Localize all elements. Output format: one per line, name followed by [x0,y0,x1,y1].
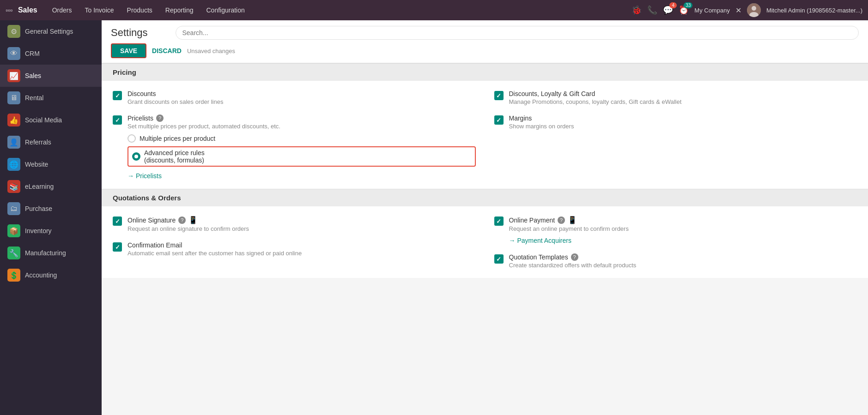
sales-icon: 📈 [7,69,20,82]
confirmation-email-desc: Automatic email sent after the customer … [127,250,302,257]
online-signature-checkbox[interactable] [113,217,122,226]
content-area: Settings SAVE DISCARD Unsaved changes Pr… [102,20,868,415]
sidebar-label-rental: Rental [25,94,43,102]
bug-icon[interactable]: 🐞 [631,5,642,15]
nav-to-invoice[interactable]: To Invoice [79,0,120,20]
crm-icon: 👁 [7,47,20,60]
app-name[interactable]: Sales [18,6,37,14]
quotations-right-col: Online Payment ? 📱 Request an online pay… [494,216,857,269]
sidebar-label-website: Website [25,161,48,168]
margins-checkbox[interactable] [494,115,504,125]
elearning-icon: 📚 [7,180,20,193]
online-signature-label: Online Signature [127,217,176,224]
quotation-templates-checkbox[interactable] [494,254,504,264]
nav-reporting[interactable]: Reporting [160,0,199,20]
user-name[interactable]: Mitchell Admin (19085652-master...) [766,7,862,14]
save-button[interactable]: SAVE [111,43,146,58]
pricelists-help-icon[interactable]: ? [156,114,164,122]
online-signature-desc: Request an online signature to confirm o… [127,225,249,232]
sidebar-label-purchase: Purchase [25,205,52,212]
sidebar-label-inventory: Inventory [25,227,52,235]
accounting-icon: 💲 [7,269,20,282]
pricelists-desc: Set multiple prices per product, automat… [127,123,280,130]
pricelists-link-label: → Pricelists [127,172,162,180]
chat-icon[interactable]: 💬 4 [663,5,673,15]
setting-margins: Margins Show margins on orders [494,114,857,130]
action-row: SAVE DISCARD Unsaved changes [111,43,859,63]
grid-icon[interactable]: ▫▫▫ [6,6,12,14]
payment-acquirers-link[interactable]: → Payment Acquirers [509,237,629,244]
company-selector[interactable]: My Company [694,7,730,14]
online-payment-checkbox[interactable] [494,217,504,226]
unsaved-changes-text: Unsaved changes [187,48,235,54]
chat-badge: 4 [669,2,677,8]
activity-icon[interactable]: ⏰ 33 [679,5,689,15]
search-bar [176,26,859,40]
social-media-icon: 👍 [7,114,20,126]
sidebar-item-crm[interactable]: 👁 CRM [0,42,102,65]
online-payment-device-icon: 📱 [568,216,577,224]
pricing-section-body: Discounts Grant discounts on sales order… [102,81,868,189]
quotation-templates-label: Quotation Templates [509,253,568,261]
purchase-icon: 🗂 [7,202,20,215]
pricing-right-col: Discounts, Loyalty & Gift Card Manage Pr… [494,90,857,180]
sidebar-label-social-media: Social Media [25,116,62,124]
discounts-loyalty-desc: Manage Promotions, coupons, loyalty card… [509,98,682,105]
search-input[interactable] [176,26,859,40]
nav-configuration[interactable]: Configuration [201,0,250,20]
sidebar-item-website[interactable]: 🌐 Website [0,153,102,175]
phone-icon[interactable]: 📞 [647,5,657,15]
quotations-left-col: Online Signature ? 📱 Request an online s… [113,216,476,269]
nav-products[interactable]: Products [121,0,158,20]
sidebar-item-manufacturing[interactable]: 🔧 Manufacturing [0,242,102,264]
online-payment-desc: Request an online payment to confirm ord… [509,225,629,232]
tools-icon[interactable]: ✕ [735,6,741,15]
radio-multiple-prices-label: Multiple prices per product [140,135,215,142]
pricelists-checkbox[interactable] [113,115,122,125]
discounts-loyalty-label: Discounts, Loyalty & Gift Card [509,90,682,97]
discounts-loyalty-checkbox[interactable] [494,91,504,100]
quotation-templates-help-icon[interactable]: ? [571,253,578,261]
online-payment-help-icon[interactable]: ? [558,217,565,224]
confirmation-email-checkbox[interactable] [113,242,122,252]
main-layout: ⚙ General Settings 👁 CRM 📈 Sales 🖥 Renta… [0,20,868,415]
pricelists-link[interactable]: → Pricelists [127,172,476,180]
discounts-checkbox[interactable] [113,91,122,100]
radio-multiple-prices[interactable]: Multiple prices per product [127,134,476,143]
sidebar-label-accounting: Accounting [25,271,57,279]
svg-point-1 [752,6,756,11]
confirmation-email-label: Confirmation Email [127,241,302,249]
setting-confirmation-email: Confirmation Email Automatic email sent … [113,241,476,257]
inventory-icon: 📦 [7,224,20,237]
pricing-section-header: Pricing [102,63,868,81]
avatar[interactable] [747,3,761,17]
sidebar-item-general-settings[interactable]: ⚙ General Settings [0,20,102,42]
margins-label: Margins [509,114,574,122]
radio-advanced-label: Advanced price rules(discounts, formulas… [144,149,205,164]
sidebar-item-purchase[interactable]: 🗂 Purchase [0,198,102,220]
nav-orders[interactable]: Orders [47,0,78,20]
general-settings-icon: ⚙ [7,25,20,38]
website-icon: 🌐 [7,158,20,171]
setting-pricelists: Pricelists ? Set multiple prices per pro… [113,114,476,180]
quotation-templates-desc: Create standardized offers with default … [509,262,637,269]
setting-quotation-templates: Quotation Templates ? Create standardize… [494,253,857,269]
sidebar-label-crm: CRM [25,50,40,57]
rental-icon: 🖥 [7,91,20,104]
radio-multiple-prices-circle [127,134,136,143]
sidebar-item-rental[interactable]: 🖥 Rental [0,87,102,109]
sidebar-item-inventory[interactable]: 📦 Inventory [0,220,102,242]
sidebar-item-accounting[interactable]: 💲 Accounting [0,264,102,286]
sidebar-item-social-media[interactable]: 👍 Social Media [0,109,102,131]
sidebar-item-sales[interactable]: 📈 Sales [0,65,102,87]
discard-button[interactable]: DISCARD [152,47,182,54]
sidebar-item-referrals[interactable]: 👤 Referrals [0,131,102,153]
sidebar-item-elearning[interactable]: 📚 eLearning [0,175,102,198]
setting-discounts: Discounts Grant discounts on sales order… [113,90,476,105]
page-title: Settings [111,27,148,39]
sidebar-label-manufacturing: Manufacturing [25,249,66,257]
settings-content: Pricing Discounts Grant discounts on sal… [102,63,868,415]
radio-advanced-price-rules[interactable]: Advanced price rules(discounts, formulas… [127,146,476,167]
online-signature-help-icon[interactable]: ? [178,217,186,224]
radio-advanced-circle [132,152,140,161]
